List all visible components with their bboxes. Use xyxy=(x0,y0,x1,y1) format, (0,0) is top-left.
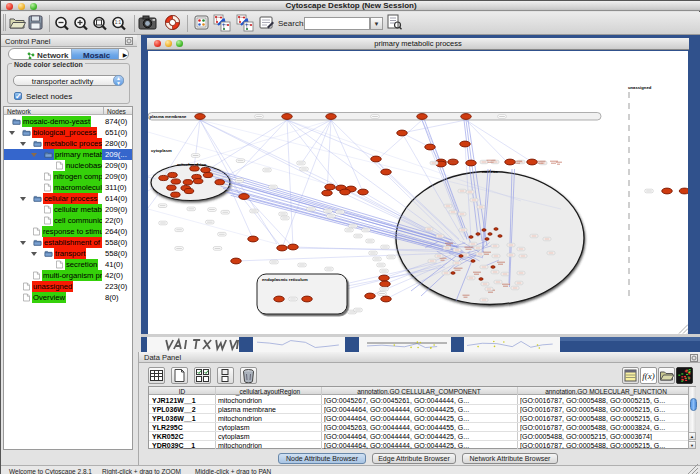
svg-text:1:1: 1:1 xyxy=(115,20,122,25)
svg-text:unassigned: unassigned xyxy=(628,85,652,90)
svg-text:f(x): f(x) xyxy=(642,371,655,381)
svg-text:endoplasmic reticulum: endoplasmic reticulum xyxy=(262,277,308,282)
svg-text:cytoplasm: cytoplasm xyxy=(151,148,172,153)
svg-text:plasma membrane: plasma membrane xyxy=(150,114,187,119)
